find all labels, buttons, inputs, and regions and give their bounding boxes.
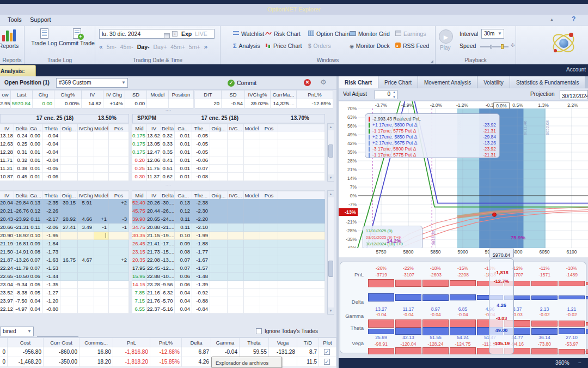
- calendar-icon[interactable]: [164, 33, 170, 39]
- menu-tools[interactable]: Tools: [8, 16, 22, 23]
- column-header[interactable]: IV: [147, 124, 161, 132]
- table-row[interactable]: 23.52-8.380.05-1.27: [0, 289, 129, 297]
- column-header[interactable]: IV: [0, 191, 14, 199]
- column-header[interactable]: Vega: [269, 338, 297, 347]
- column-header[interactable]: [0, 338, 8, 347]
- nav-Dayplus[interactable]: Day+: [153, 44, 167, 50]
- nav-5mminus[interactable]: 5m-: [107, 44, 117, 50]
- column-header[interactable]: Orig...: [60, 124, 78, 132]
- table-row[interactable]: 20.90-18.920.10-1.95: [0, 232, 129, 240]
- windows-button-risk-chart[interactable]: Risk Chart: [265, 29, 301, 39]
- projection-date-field[interactable]: 30/12/2024: [560, 90, 588, 99]
- table-row[interactable]: 0.2012.060.410.01-0.06: [132, 156, 325, 165]
- table-row[interactable]: 10.870.450.01-0.06: [0, 173, 129, 181]
- column-header[interactable]: Model: [94, 191, 109, 199]
- nav-next-icon[interactable]: »: [204, 43, 208, 51]
- commit-trade-button[interactable]: + Commit Trade: [58, 28, 95, 46]
- gear-icon[interactable]: ⚙: [320, 78, 327, 86]
- column-header[interactable]: IVC...: [228, 124, 244, 132]
- help-icon[interactable]: ?: [572, 15, 575, 23]
- splitter-handle[interactable]: ····: [0, 183, 336, 190]
- column-header[interactable]: PnL: [113, 338, 150, 347]
- nav-45mminus[interactable]: 45m-: [120, 44, 133, 50]
- table-row[interactable]: 14.1523.28-9.560.06-1.39: [132, 281, 325, 289]
- column-header[interactable]: Ga...: [175, 191, 192, 199]
- column-header[interactable]: Theta: [42, 124, 60, 132]
- column-header[interactable]: Commis...: [79, 338, 113, 347]
- column-header[interactable]: IVChg: [78, 191, 94, 199]
- table-row[interactable]: 0.17512.470.350.01-0.05: [132, 148, 325, 156]
- windows-button-price-chart[interactable]: Price Chart: [265, 41, 302, 51]
- windows-button-monitor-grid[interactable]: Monitor Grid: [350, 29, 390, 39]
- scroll-down-icon[interactable]: ▼: [328, 307, 334, 314]
- column-header[interactable]: Ga...: [29, 124, 42, 132]
- table-row[interactable]: 23.1521.73-15....0.08-1.77: [132, 248, 325, 256]
- column-header[interactable]: Delta: [161, 191, 175, 199]
- table-row[interactable]: 52.4020.26-30....0.13-2.38: [132, 199, 325, 207]
- table-row[interactable]: 21.50-14.910.08-1.73: [0, 248, 129, 256]
- stepper-down-icon[interactable]: ▼: [393, 95, 396, 99]
- column-header[interactable]: Theta: [240, 338, 269, 347]
- column-header[interactable]: T/D: [297, 338, 319, 347]
- vol-adjust-stepper[interactable]: 0 ▲ ▼: [375, 90, 397, 99]
- table-row[interactable]: 13.180.240.00-0.04: [0, 132, 129, 140]
- table-row[interactable]: 20.43-23.920.11-2.1728.924.66+1-3: [0, 215, 129, 224]
- column-header[interactable]: Curr Cost: [44, 338, 79, 347]
- table-row[interactable]: 39.9020.65-24....0.11-2.20: [132, 215, 325, 224]
- column-header[interactable]: IVChg: [78, 124, 94, 132]
- column-header[interactable]: Model: [244, 124, 260, 132]
- table-row[interactable]: 21.87-13.260.07-1.6316.754.67+2: [0, 256, 129, 264]
- slider-thumb[interactable]: [501, 44, 504, 49]
- stepper-up-icon[interactable]: ▲: [393, 91, 396, 94]
- column-header[interactable]: Orig...: [210, 124, 228, 132]
- table-row[interactable]: 11.710.320.01-0.04: [0, 156, 129, 165]
- ribbon-collapse-icon[interactable]: ▲: [550, 17, 554, 21]
- column-header[interactable]: Gamma: [211, 338, 240, 347]
- interval-select[interactable]: 30m▼: [481, 29, 504, 39]
- table-row[interactable]: 21.19-16.810.09-1.84: [0, 240, 129, 248]
- tab-statistics-fundamentals[interactable]: Statistics & Fundamentals: [510, 76, 586, 88]
- table-row[interactable]: 23.97-7.500.04-1.20: [0, 297, 129, 305]
- nav-45mplus[interactable]: 45m+: [170, 44, 185, 50]
- table-row[interactable]: 0-956.80-860.0016.80-1,816.80-12.68%6.87…: [0, 347, 336, 357]
- table-row[interactable]: 34.7520.88-21....0.11-2.10: [132, 224, 325, 232]
- column-header[interactable]: Delta: [14, 191, 29, 199]
- tab-volatility[interactable]: Volatility: [477, 76, 510, 88]
- column-header[interactable]: Delta: [161, 124, 175, 132]
- tab-movement-analysis[interactable]: Movement Analysis: [418, 76, 477, 88]
- table-row[interactable]: 17.9522.45-12....0.07-1.57: [132, 264, 325, 273]
- table-row[interactable]: 30.3521.15-19....0.10-1.99: [132, 232, 325, 240]
- play-button[interactable]: ▶: [439, 29, 453, 44]
- column-header[interactable]: PnL%: [150, 338, 182, 347]
- ignore-trades-checkbox[interactable]: [256, 328, 262, 334]
- windows-button-analysis[interactable]: ΣAnalysis: [233, 41, 260, 51]
- plot-checkbox[interactable]: ✓: [324, 349, 330, 355]
- menu-support[interactable]: Support: [30, 16, 51, 23]
- column-header[interactable]: Ga...: [29, 191, 42, 199]
- scroll-down-icon[interactable]: ▼: [328, 174, 334, 181]
- column-header[interactable]: Pos: [260, 124, 278, 132]
- scroll-up-icon[interactable]: ▲: [328, 191, 334, 197]
- scroll-thumb[interactable]: [328, 144, 333, 158]
- table-row[interactable]: 20.66-21.310.11-2.0627.413.49-1-1: [0, 224, 129, 232]
- table-row[interactable]: 0.17513.050.330.01-0.05: [132, 140, 325, 148]
- column-header[interactable]: Plot: [319, 338, 336, 347]
- column-header[interactable]: Mid: [132, 124, 147, 132]
- windows-button-option-chain[interactable]: Option Chain: [308, 29, 350, 39]
- table-row[interactable]: 0-1,468.20-350.0018.20-1,818.20-15.85%4.…: [0, 357, 336, 367]
- table-row[interactable]: 22.12-4.970.04-0.80: [0, 305, 129, 313]
- table-row[interactable]: 20.21-26.760.12-2.26: [0, 207, 129, 215]
- table-row[interactable]: 7.1521.76-5.700.04-0.88: [132, 297, 325, 305]
- column-header[interactable]: IV: [0, 124, 14, 132]
- column-header[interactable]: IVC...: [228, 191, 244, 199]
- table-row[interactable]: 6.5522.37-5.160.04-0.84: [132, 305, 325, 313]
- table-row[interactable]: 0.17513.620.320.01-0.05: [132, 132, 325, 140]
- table-row[interactable]: 22.65-10.500.06-1.44: [0, 273, 129, 281]
- tab-risk-chart[interactable]: Risk Chart: [339, 76, 378, 88]
- column-header[interactable]: Pos: [260, 191, 278, 199]
- table-row[interactable]: 22.24-11.790.07-1.53: [0, 264, 129, 273]
- combined-select[interactable]: bined▼: [0, 327, 34, 336]
- table-row[interactable]: 12.630.250.00-0.04: [0, 140, 129, 148]
- plot-checkbox[interactable]: ✓: [324, 359, 330, 365]
- commit-button[interactable]: ✓ Commit: [228, 78, 256, 88]
